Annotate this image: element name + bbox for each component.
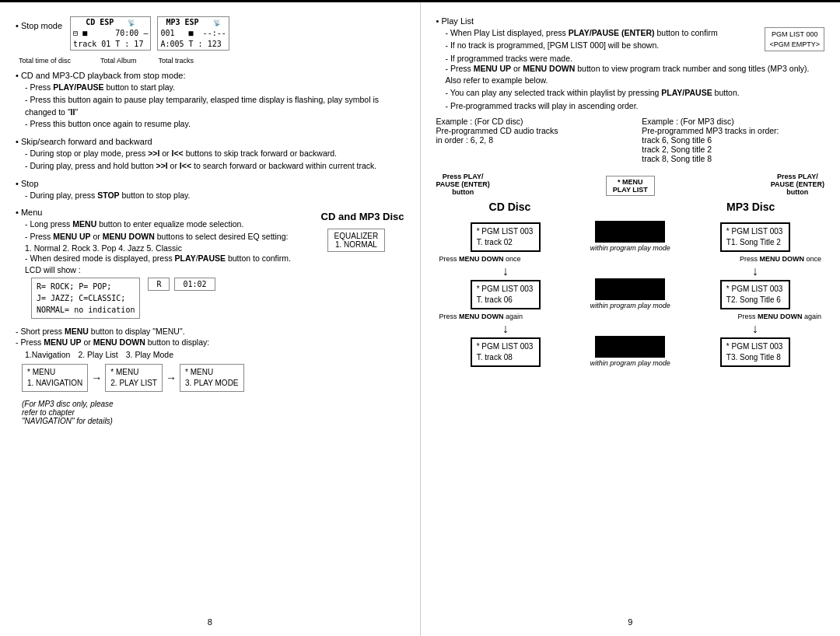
sub-pause-confirm: When desired mode is displayed, press PL…	[16, 253, 313, 265]
sub-search: During play, press and hold button >>I o…	[16, 160, 404, 173]
press-play-left-label: Press PLAY/PAUSE (ENTER)button	[436, 173, 490, 196]
nav-item-1: 1.Navigation	[25, 350, 70, 359]
arrow-down-cd-1: ↓	[436, 264, 575, 278]
within-label-3: within program play mode	[590, 359, 670, 367]
press-down-right-1: Press MENU DOWN once	[684, 255, 824, 263]
cd-pgm-box-2: * PGM LIST 003T. track 06	[471, 280, 541, 309]
short-press-menu: - Short press MENU button to display "ME…	[16, 327, 404, 336]
pre-mp3-track-1: track 6, Song title 6	[642, 135, 824, 145]
play-list-label: Play List	[436, 16, 825, 26]
cd-mp3-bullet-label: CD and MP3-CD playback from stop mode:	[16, 71, 404, 80]
normal-indicator: NORMAL= no indication	[37, 304, 135, 316]
stop-mode-section: • Stop mode CD ESP 📡 ⊟ ■70:00 — track 01…	[16, 16, 404, 65]
sub-pause-play: Press this button again to pause play te…	[16, 94, 404, 119]
pre-cd-tracks: in order : 6, 2, 8	[436, 135, 619, 145]
jazz-indicator: J= JAZZ; C=CLASSIC;	[37, 292, 135, 304]
menu-nav-row: * MENU 1. NAVIGATION → * MENU 2. PLAY LI…	[22, 364, 404, 392]
sub-resume-play: Press this button once again to resume p…	[16, 118, 404, 131]
nav-items: 1.Navigation 2. Play List 3. Play Mode	[25, 350, 404, 359]
arrow-down-mp3-2: ↓	[686, 322, 824, 336]
press-down-right-2: Press MENU DOWN again	[684, 313, 824, 320]
lcd-mp3-display: MP3 ESP 📡 001■ --:-- A:005T : 123	[157, 16, 229, 51]
row-2: * PGM LIST 003T. track 06 within program…	[436, 278, 825, 311]
sub-start-play: Press PLAY/PAUSE button to start play.	[16, 82, 404, 94]
mp3-only-note: (For MP3 disc only, pleaserefer to chapt…	[22, 400, 404, 425]
eq-settings: 1. Normal 2. Rock 3. Pop 4. Jazz 5. Clas…	[16, 243, 313, 253]
right-page: Play List When Play List displayed, pres…	[421, 2, 841, 636]
pre-cd-label: Pre-programmed CD audio tracks	[436, 126, 619, 135]
play-list-sub-4: You can play any selected track within p…	[436, 87, 825, 100]
left-page: • Stop mode CD ESP 📡 ⊟ ■70:00 — track 01…	[0, 2, 421, 636]
nav-item-2: 2. Play List	[78, 350, 117, 359]
center-black-box-1	[595, 221, 665, 243]
r-display-row: R 01:02	[148, 278, 215, 291]
press-down-left-1: Press MENU DOWN once	[436, 255, 576, 263]
ascending-order: - Pre-programmed tracks will play in asc…	[436, 101, 825, 110]
within-label-1: within program play mode	[590, 244, 670, 252]
skip-bullet-label: Skip/search forward and backward	[16, 137, 404, 146]
cd-mp3-playback: CD and MP3-CD playback from stop mode: P…	[16, 71, 404, 131]
total-labels: Total time of disc Total Album Total tra…	[16, 57, 404, 65]
menu-box-1: * MENU 1. NAVIGATION	[22, 364, 88, 392]
cd-disc-title: CD Disc	[436, 201, 584, 213]
arrow-down-cd-2: ↓	[436, 322, 575, 336]
page-number-left: 8	[208, 617, 212, 627]
mp3-pgm-box-3: * PGM LIST 003T3. Song Title 8	[720, 337, 790, 367]
arrow-1: →	[91, 372, 102, 384]
mp3-pgm-box-2: * PGM LIST 003T2. Song Title 6	[720, 280, 790, 309]
mp3-disc-title: MP3 Disc	[677, 201, 824, 213]
press-down-row-1: Press MENU DOWN once Press MENU DOWN onc…	[436, 255, 825, 263]
play-list-sub-1: When Play List displayed, press PLAY/PAU…	[436, 27, 759, 40]
example-cd-label: Example : (For CD disc)	[436, 117, 619, 126]
nav-item-3: 3. Play Mode	[126, 350, 173, 359]
example-headers: Example : (For CD disc) Pre-programmed C…	[436, 117, 825, 163]
center-black-box-2	[595, 278, 665, 300]
eq-box-line2: 1. NORMAL	[334, 240, 379, 249]
diagram-area: Press PLAY/PAUSE (ENTER)button * MENUPLA…	[436, 173, 825, 369]
press-down-row-2: Press MENU DOWN again Press MENU DOWN ag…	[436, 313, 825, 320]
pre-mp3-label: Pre-programmed MP3 tracks in order:	[642, 126, 824, 135]
cd-pgm-box-1: * PGM LIST 003T. track 02	[471, 222, 541, 252]
menu-play-list-box: * MENUPLAY LIST	[606, 176, 655, 196]
page-number-right: 9	[628, 617, 632, 627]
lcd-will-show: LCD will show :	[16, 265, 313, 274]
lcd-cd-display: CD ESP 📡 ⊟ ■70:00 — track 01T : 17	[70, 16, 151, 51]
play-list-sub-3: Press MENU UP or MENU DOWN button to vie…	[436, 63, 825, 88]
skip-search: Skip/search forward and backward During …	[16, 137, 404, 173]
lcd-indicator: R= ROCK; P= POP; J= JAZZ; C=CLASSIC; NOR…	[31, 278, 140, 319]
stop-bullet-label: Stop	[16, 179, 404, 188]
pre-mp3-track-2: track 2, Song title 2	[642, 145, 824, 154]
menu-box-2: * MENU 2. PLAY LIST	[105, 364, 163, 392]
eq-box-line1: EQUALIZER	[334, 232, 379, 240]
press-menu-updown: - Press MENU UP or MENU DOWN button to d…	[16, 337, 404, 347]
sub-menu-eq: Long press MENU button to enter equalize…	[16, 218, 313, 231]
arrows-row-1: ↓ ↓	[436, 264, 825, 278]
center-black-box-3	[595, 336, 665, 358]
arrow-down-mp3-1: ↓	[686, 264, 824, 278]
arrows-row-2: ↓ ↓	[436, 322, 825, 336]
pgm-list-box: PGM LIST 000<PGM EMPTY>	[765, 27, 824, 51]
example-mp3-label: Example : (For MP3 disc)	[642, 117, 824, 126]
r-value: R	[148, 278, 170, 291]
row-1: * PGM LIST 003T. track 02 within program…	[436, 221, 825, 253]
stop-mode-label: • Stop mode	[16, 16, 62, 30]
sub-stop: During play, press STOP button to stop p…	[16, 190, 404, 202]
cd-pgm-box-3: * PGM LIST 003T. track 08	[471, 337, 541, 367]
sub-skip: During stop or play mode, press >>I or I…	[16, 148, 404, 160]
stop-section: Stop During play, press STOP button to s…	[16, 179, 404, 202]
play-list-sub-2: If no track is programmed, [PGM LIST 000…	[436, 40, 759, 52]
row-3: * PGM LIST 003T. track 08 within program…	[436, 336, 825, 369]
page-container: • Stop mode CD ESP 📡 ⊟ ■70:00 — track 01…	[0, 0, 840, 636]
pre-mp3-track-3: track 8, Song title 8	[642, 154, 824, 163]
press-play-right-label: Press PLAY/PAUSE (ENTER)button	[771, 173, 824, 196]
rock-indicator: R= ROCK; P= POP;	[37, 281, 135, 292]
mp3-pgm-box-1: * PGM LIST 003T1. Song Title 2	[720, 222, 790, 252]
menu-box-3: * MENU 3. PLAY MODE	[180, 364, 244, 392]
if-programmed: - If programmed tracks were made.	[436, 54, 825, 63]
sub-menu-updown: Press MENU UP or MENU DOWN buttons to se…	[16, 231, 313, 243]
menu-bullet-label: Menu	[16, 208, 313, 217]
eq-box: EQUALIZER 1. NORMAL	[327, 229, 386, 252]
play-list-section: Play List When Play List displayed, pres…	[436, 16, 825, 110]
r-time: 01:02	[174, 278, 215, 291]
cd-mp3-disc-title: CD and MP3 Disc	[321, 211, 404, 222]
